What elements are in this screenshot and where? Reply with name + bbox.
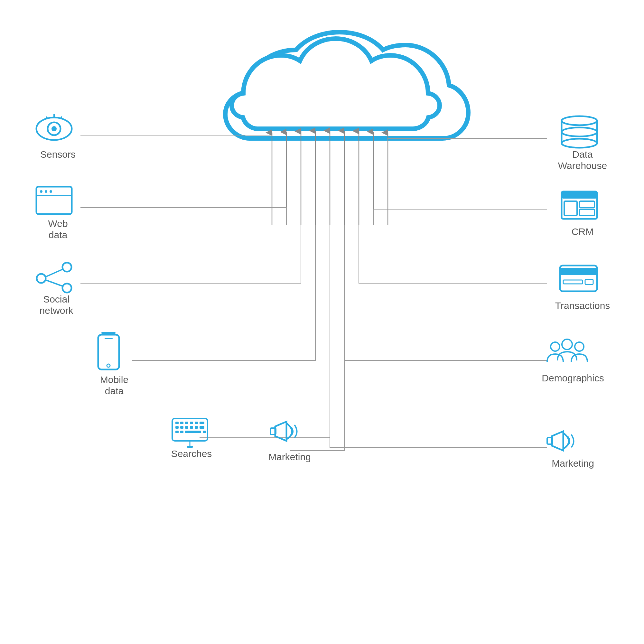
svg-rect-77: [560, 268, 597, 275]
svg-text:Mobile: Mobile: [100, 374, 128, 385]
demographics-icon: [547, 339, 587, 362]
svg-rect-50: [200, 426, 204, 429]
sensors-icon: [36, 114, 72, 140]
svg-rect-46: [180, 426, 183, 429]
svg-line-28: [46, 269, 62, 277]
svg-rect-47: [185, 426, 188, 429]
svg-line-29: [46, 280, 62, 286]
svg-text:Warehouse: Warehouse: [558, 160, 607, 171]
svg-rect-78: [563, 280, 583, 284]
svg-text:Data: Data: [572, 149, 593, 160]
cloud-shape: [225, 32, 468, 138]
svg-point-64: [562, 127, 597, 136]
svg-text:CRM: CRM: [572, 226, 593, 237]
data-warehouse-icon: [562, 116, 597, 148]
svg-rect-44: [200, 422, 204, 424]
svg-rect-35: [101, 332, 116, 334]
svg-rect-48: [190, 426, 193, 429]
crm-icon: [562, 191, 597, 219]
svg-text:Transactions: Transactions: [555, 300, 610, 311]
svg-rect-56: [187, 446, 193, 448]
svg-rect-54: [203, 431, 206, 433]
svg-text:data: data: [49, 229, 68, 240]
svg-rect-73: [580, 201, 594, 208]
svg-text:Marketing: Marketing: [552, 458, 594, 469]
svg-point-61: [562, 116, 597, 125]
svg-rect-71: [562, 191, 597, 199]
svg-text:Marketing: Marketing: [268, 452, 311, 462]
svg-rect-45: [175, 426, 179, 429]
svg-point-19: [40, 190, 42, 193]
svg-point-21: [50, 190, 52, 193]
svg-rect-40: [180, 422, 183, 424]
svg-text:Demographics: Demographics: [542, 373, 604, 383]
svg-point-67: [562, 139, 597, 148]
svg-rect-74: [580, 209, 594, 216]
svg-rect-53: [185, 431, 201, 433]
svg-point-83: [562, 339, 572, 350]
transactions-icon: [560, 266, 597, 291]
svg-point-20: [45, 190, 47, 193]
svg-rect-49: [195, 426, 198, 429]
svg-text:data: data: [105, 386, 124, 396]
svg-point-26: [62, 263, 71, 272]
svg-rect-41: [185, 422, 188, 424]
mobile-data-icon: [98, 332, 119, 369]
svg-point-34: [107, 364, 110, 367]
svg-rect-51: [175, 431, 179, 433]
svg-point-82: [575, 342, 584, 351]
marketing-dest-icon: [547, 431, 574, 451]
svg-marker-85: [552, 431, 563, 451]
svg-rect-43: [195, 422, 198, 424]
svg-rect-52: [180, 431, 183, 433]
svg-text:Social: Social: [43, 294, 70, 304]
svg-point-81: [551, 342, 560, 351]
svg-rect-79: [585, 279, 593, 285]
svg-point-25: [37, 274, 46, 283]
svg-text:network: network: [39, 305, 73, 316]
svg-point-27: [62, 284, 71, 293]
svg-text:Sensors: Sensors: [40, 149, 76, 160]
web-data-icon: [36, 187, 72, 214]
svg-text:Searches: Searches: [171, 448, 212, 459]
svg-rect-42: [190, 422, 193, 424]
diagram-container: Cloud Data Lake: [0, 0, 644, 644]
searches-icon: [172, 418, 208, 448]
svg-rect-39: [175, 422, 179, 424]
social-network-icon: [37, 263, 71, 293]
svg-text:Web: Web: [48, 218, 68, 229]
svg-rect-72: [564, 201, 577, 216]
svg-point-13: [51, 126, 57, 131]
